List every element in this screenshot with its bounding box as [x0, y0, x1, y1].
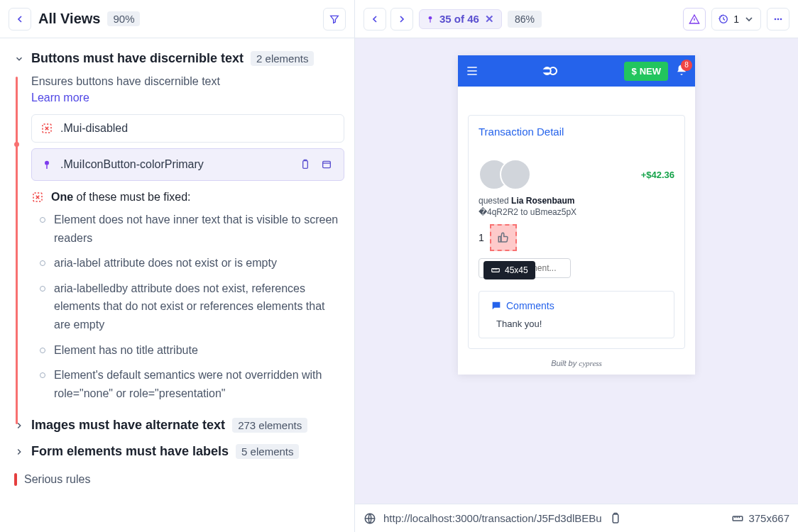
- arrow-left-icon: [14, 13, 26, 25]
- svg-rect-2: [303, 161, 308, 169]
- rule-images-alt[interactable]: Images must have alternate text 273 elem…: [14, 418, 344, 433]
- print-selector-button[interactable]: [318, 156, 335, 173]
- fix-heading: One of these must be fixed:: [31, 191, 344, 204]
- comment-body: Thank you!: [491, 318, 662, 329]
- severity-indicator: [14, 473, 17, 486]
- hamburger-icon[interactable]: [465, 64, 479, 78]
- comments-card: Comments Thank you!: [479, 291, 674, 338]
- rule-buttons-text[interactable]: Buttons must have discernible text 2 ele…: [14, 51, 344, 66]
- fix-item: aria-label attribute does not exist or i…: [40, 254, 344, 272]
- rule-form-labels[interactable]: Form elements must have labels 5 element…: [14, 444, 344, 459]
- svg-point-1: [45, 161, 49, 165]
- tooltip-text: 45x45: [505, 265, 528, 275]
- target-missing-icon: [40, 122, 53, 135]
- fix-list: Element does not have inner text that is…: [40, 211, 344, 402]
- svg-rect-3: [323, 161, 331, 167]
- left-header: All Views 90%: [0, 0, 354, 38]
- chevron-right-icon: [14, 447, 24, 457]
- score-badge: 90%: [107, 11, 140, 26]
- svg-point-9: [780, 18, 782, 20]
- chevron-down-icon: [743, 13, 755, 25]
- globe-icon: [364, 512, 376, 525]
- card-title: Transaction Detail: [479, 126, 674, 138]
- rule-count-badge: 273 elements: [232, 418, 307, 433]
- pin-icon: [425, 14, 435, 24]
- device-preview: $ NEW 8 Transaction Detail +$42.36 que: [458, 55, 695, 375]
- rule-description: Ensures buttons have discernible text: [31, 73, 344, 90]
- more-menu-button[interactable]: [767, 8, 789, 31]
- selector-item-0[interactable]: .Mui-disabled: [31, 114, 344, 143]
- fix-item: Element has no title attribute: [40, 341, 344, 360]
- svg-point-5: [429, 16, 432, 19]
- selector-text: .Mui-disabled: [60, 122, 128, 135]
- new-label: NEW: [640, 66, 661, 77]
- window-icon: [321, 159, 332, 170]
- fix-item: Element's default semantics were not ove…: [40, 366, 344, 402]
- like-count: 1: [479, 232, 484, 243]
- zoom-badge: 86%: [508, 11, 542, 28]
- prev-issue-button[interactable]: [364, 8, 386, 31]
- warning-icon: [689, 13, 700, 25]
- filter-icon: [329, 13, 340, 25]
- severity-group-serious[interactable]: Serious rules: [14, 473, 344, 486]
- like-button-highlighted[interactable]: [490, 224, 517, 251]
- comments-title: Comments: [506, 300, 554, 311]
- filter-button[interactable]: [323, 8, 346, 31]
- built-by: Built by cypress: [468, 359, 685, 367]
- warnings-button[interactable]: [683, 8, 706, 31]
- clear-issue-button[interactable]: ✕: [483, 13, 496, 26]
- dollar-icon: $: [631, 66, 636, 77]
- page-title: All Views: [38, 11, 100, 27]
- selector-text: .MuiIconButton-colorPrimary: [60, 158, 204, 171]
- back-button[interactable]: [9, 8, 31, 31]
- clipboard-icon[interactable]: [609, 512, 622, 525]
- clipboard-icon: [300, 159, 311, 170]
- history-count: 1: [733, 13, 739, 25]
- rule-title: Form elements must have labels: [31, 444, 229, 459]
- ruler-icon: [491, 265, 501, 275]
- severity-label: Serious rules: [24, 473, 90, 486]
- rule-count-badge: 2 elements: [251, 51, 314, 66]
- learn-more-link[interactable]: Learn more: [31, 92, 344, 104]
- right-header: 35 of 46 ✕ 86% 1: [355, 0, 798, 38]
- avatar: [500, 159, 531, 190]
- ruler-icon: [731, 512, 744, 525]
- next-issue-button[interactable]: [390, 8, 413, 31]
- viewport-text: 375x667: [748, 512, 789, 524]
- chevron-right-icon: [14, 421, 24, 431]
- fix-item: Element does not have inner text that is…: [40, 211, 344, 247]
- right-footer: http://localhost:3000/transaction/J5Fd3d…: [355, 504, 798, 532]
- target-missing-icon: [31, 191, 44, 204]
- arrow-left-icon: [369, 13, 381, 25]
- svg-point-7: [775, 18, 777, 20]
- fix-item: aria-labelledby attribute does not exist…: [40, 279, 344, 334]
- copy-selector-button[interactable]: [297, 156, 314, 173]
- issue-count-text: 35 of 46: [439, 13, 479, 25]
- amount-text: +$42.36: [641, 170, 674, 180]
- comment-icon: [491, 300, 502, 311]
- arrow-right-icon: [396, 13, 408, 25]
- selector-item-1[interactable]: .MuiIconButton-colorPrimary: [31, 148, 344, 181]
- viewport-dimensions: 375x667: [731, 512, 789, 525]
- issue-count-pill[interactable]: 35 of 46 ✕: [419, 9, 502, 29]
- tx-line-1: quested Lia Rosenbaum: [479, 196, 674, 206]
- rule-count-badge: 5 elements: [236, 444, 299, 459]
- rule-title: Buttons must have discernible text: [31, 51, 244, 66]
- thumbs-up-icon: [497, 231, 510, 244]
- history-icon: [718, 13, 729, 25]
- svg-rect-12: [613, 514, 618, 523]
- dots-icon: [772, 13, 784, 25]
- pin-icon: [40, 158, 53, 171]
- new-button[interactable]: $ NEW: [624, 62, 668, 81]
- chevron-down-icon: [14, 54, 24, 64]
- app-topbar: $ NEW 8: [458, 55, 695, 87]
- history-button[interactable]: 1: [711, 8, 761, 31]
- notifications-badge: 8: [681, 60, 692, 71]
- tx-line-2: �4qR2R2 to uBmeaz5pX: [479, 207, 674, 217]
- svg-point-8: [777, 18, 780, 20]
- element-size-tooltip: 45x45: [483, 261, 535, 279]
- url-text: http://localhost:3000/transaction/J5Fd3d…: [383, 512, 602, 524]
- notifications-button[interactable]: 8: [675, 64, 688, 79]
- transaction-card: Transaction Detail +$42.36 quested Lia R…: [468, 115, 685, 349]
- app-logo-icon: [540, 64, 564, 78]
